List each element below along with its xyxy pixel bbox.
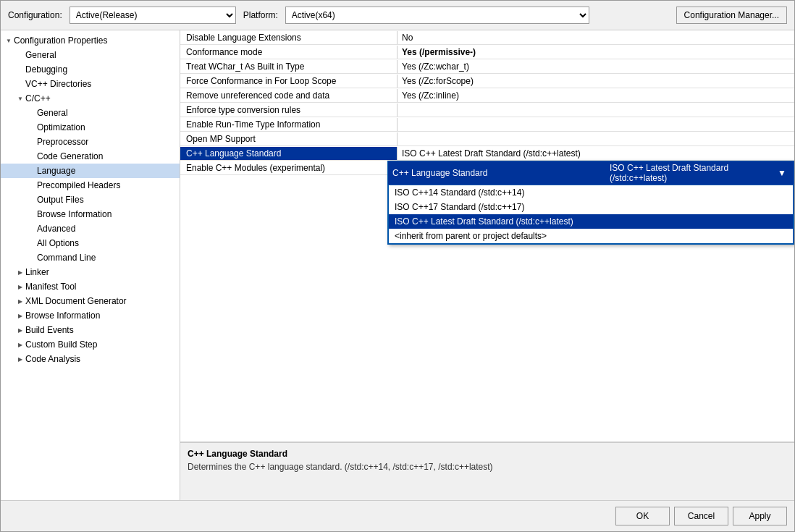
prop-row-enable-runtime[interactable]: Enable Run-Time Type Information <box>180 117 794 132</box>
tree-item-label-debugging: Debugging <box>25 64 177 75</box>
expand-icon-linker: ▶ <box>15 269 25 276</box>
tree-item-advanced[interactable]: Advanced <box>1 221 180 236</box>
dropdown-option-cpp17[interactable]: ISO C++17 Standard (/std:c++17) <box>389 200 793 214</box>
prop-value-cpp-lang-std: ISO C++ Latest Draft Standard (/std:c++l… <box>398 147 794 160</box>
tree-item-label-preprocessor: Preprocessor <box>37 137 177 147</box>
tree-item-language[interactable]: Language <box>1 164 180 178</box>
tree-item-config-props[interactable]: ▼Configuration Properties <box>1 33 180 48</box>
dropdown-options: ISO C++14 Standard (/std:c++14)ISO C++17… <box>388 185 794 244</box>
tree-item-manifest-tool[interactable]: ▶Manifest Tool <box>1 279 180 294</box>
prop-row-cpp-lang-std[interactable]: C++ Language StandardISO C++ Latest Draf… <box>180 146 794 161</box>
prop-value-conformance-mode: Yes (/permissive-) <box>398 46 794 59</box>
prop-value-disable-lang-ext: No <box>398 31 794 44</box>
prop-value-treat-wchar: Yes (/Zc:wchar_t) <box>398 60 794 73</box>
platform-select[interactable]: Active(x64) <box>285 7 589 24</box>
config-manager-button[interactable]: Configuration Manager... <box>676 7 787 24</box>
property-panel: Disable Language ExtensionsNoConformance… <box>180 30 794 500</box>
prop-row-conformance-mode[interactable]: Conformance modeYes (/permissive-) <box>180 45 794 59</box>
prop-name-cpp-lang-std: C++ Language Standard <box>180 147 398 160</box>
prop-name-enforce-type: Enforce type conversion rules <box>180 104 398 117</box>
tree-item-label-general: General <box>25 50 177 60</box>
top-bar: Configuration: Active(Release) Platform:… <box>1 1 794 30</box>
tree-item-build-events[interactable]: ▶Build Events <box>1 323 180 337</box>
tree-item-xml-doc[interactable]: ▶XML Document Generator <box>1 294 180 308</box>
expand-icon-browse-info2: ▶ <box>15 313 25 319</box>
tree-item-browse-info[interactable]: Browse Information <box>1 207 180 221</box>
tree-item-debugging[interactable]: Debugging <box>1 62 180 77</box>
expand-icon-config-props: ▼ <box>4 38 14 44</box>
tree-item-label-precompiled: Precompiled Headers <box>37 180 177 190</box>
prop-row-remove-unreferenced[interactable]: Remove unreferenced code and dataYes (/Z… <box>180 88 794 103</box>
dropdown-header-name: C++ Language Standard <box>392 168 610 178</box>
tree-item-preprocessor[interactable]: Preprocessor <box>1 135 180 149</box>
prop-value-enable-runtime <box>398 123 794 126</box>
prop-row-disable-lang-ext[interactable]: Disable Language ExtensionsNo <box>180 30 794 45</box>
tree-item-custom-build[interactable]: ▶Custom Build Step <box>1 337 180 352</box>
tree-item-label-manifest-tool: Manifest Tool <box>25 282 177 292</box>
tree-item-code-analysis[interactable]: ▶Code Analysis <box>1 352 180 366</box>
tree-item-output-files[interactable]: Output Files <box>1 193 180 207</box>
tree-item-code-gen[interactable]: Code Generation <box>1 149 180 164</box>
tree-item-label-all-options: All Options <box>37 238 177 248</box>
tree-item-general[interactable]: General <box>1 48 180 62</box>
config-label: Configuration: <box>8 10 62 20</box>
prop-row-force-conformance[interactable]: Force Conformance in For Loop ScopeYes (… <box>180 74 794 88</box>
platform-label: Platform: <box>243 10 278 20</box>
tree-panel: ▼Configuration PropertiesGeneralDebuggin… <box>1 30 180 500</box>
expand-icon-xml-doc: ▶ <box>15 298 25 305</box>
tree-item-cpp[interactable]: ▼C/C++ <box>1 91 180 106</box>
main-content: ▼Configuration PropertiesGeneralDebuggin… <box>1 30 794 500</box>
prop-name-disable-lang-ext: Disable Language Extensions <box>180 31 398 44</box>
prop-name-open-mp: Open MP Support <box>180 132 398 145</box>
tree-item-cpp-general[interactable]: General <box>1 106 180 120</box>
expand-icon-manifest-tool: ▶ <box>15 284 25 290</box>
description-panel: C++ Language Standard Determines the C++… <box>180 442 794 500</box>
tree-item-label-browse-info: Browse Information <box>37 209 177 219</box>
prop-row-enforce-type[interactable]: Enforce type conversion rules <box>180 103 794 117</box>
tree-item-command-line[interactable]: Command Line <box>1 250 180 265</box>
prop-name-enable-modules: Enable C++ Modules (experimental) <box>180 161 398 174</box>
dropdown-option-cpp14[interactable]: ISO C++14 Standard (/std:c++14) <box>389 185 793 200</box>
tree-item-precompiled[interactable]: Precompiled Headers <box>1 178 180 193</box>
expand-icon-build-events: ▶ <box>15 327 25 334</box>
dropdown-option-cpp-latest[interactable]: ISO C++ Latest Draft Standard (/std:c++l… <box>389 214 793 229</box>
tree-item-browse-info2[interactable]: ▶Browse Information <box>1 308 180 323</box>
tree-item-vc-dirs[interactable]: VC++ Directories <box>1 77 180 91</box>
tree-item-label-code-gen: Code Generation <box>37 151 177 161</box>
tree-item-label-command-line: Command Line <box>37 253 177 263</box>
dropdown-header: C++ Language StandardISO C++ Latest Draf… <box>388 161 794 185</box>
prop-name-remove-unreferenced: Remove unreferenced code and data <box>180 89 398 102</box>
tree-item-label-advanced: Advanced <box>37 224 177 234</box>
prop-row-treat-wchar[interactable]: Treat WChar_t As Built in TypeYes (/Zc:w… <box>180 59 794 74</box>
tree-item-label-language: Language <box>37 166 177 176</box>
bottom-bar: OK Cancel Apply <box>1 500 794 531</box>
tree-item-label-build-events: Build Events <box>25 325 177 335</box>
tree-item-label-custom-build: Custom Build Step <box>25 339 177 350</box>
tree-item-label-vc-dirs: VC++ Directories <box>25 79 177 89</box>
configuration-select[interactable]: Active(Release) <box>70 7 236 24</box>
prop-name-enable-runtime: Enable Run-Time Type Information <box>180 118 398 131</box>
tree-item-label-config-props: Configuration Properties <box>14 35 177 46</box>
prop-name-force-conformance: Force Conformance in For Loop Scope <box>180 75 398 88</box>
description-text: Determines the C++ language standard. (/… <box>188 462 787 472</box>
description-title: C++ Language Standard <box>188 449 787 459</box>
tree-item-all-options[interactable]: All Options <box>1 236 180 250</box>
tree-item-optimization[interactable]: Optimization <box>1 120 180 135</box>
properties-dialog: Configuration: Active(Release) Platform:… <box>0 0 795 532</box>
prop-value-enforce-type <box>398 109 794 111</box>
ok-button[interactable]: OK <box>615 507 670 525</box>
tree-item-label-browse-info2: Browse Information <box>25 311 177 321</box>
tree-item-linker[interactable]: ▶Linker <box>1 265 180 279</box>
prop-value-open-mp <box>398 138 794 140</box>
expand-icon-cpp: ▼ <box>15 96 25 102</box>
prop-name-treat-wchar: Treat WChar_t As Built in Type <box>180 60 398 73</box>
apply-button[interactable]: Apply <box>733 507 787 525</box>
tree-item-label-output-files: Output Files <box>37 195 177 205</box>
tree-item-label-code-analysis: Code Analysis <box>25 354 177 364</box>
dropdown-option-inherit[interactable]: <inherit from parent or project defaults… <box>389 229 793 243</box>
prop-row-open-mp[interactable]: Open MP Support <box>180 132 794 146</box>
cancel-button[interactable]: Cancel <box>674 507 728 525</box>
dropdown-arrow-icon[interactable]: ▼ <box>775 168 789 178</box>
property-grid: Disable Language ExtensionsNoConformance… <box>180 30 794 442</box>
tree-item-label-cpp: C/C++ <box>25 93 177 104</box>
